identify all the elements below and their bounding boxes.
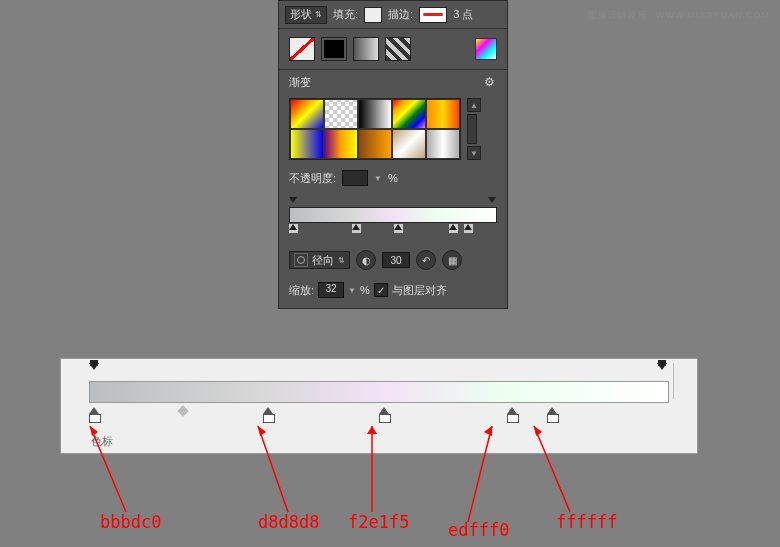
- fill-type-row: [279, 29, 507, 69]
- preset[interactable]: [358, 99, 392, 129]
- svg-marker-5: [367, 426, 377, 434]
- type-label: 径向: [312, 253, 334, 268]
- percent-label: %: [360, 284, 370, 296]
- type-row: 径向 ⇅ ◐ 30 ↶ ▦: [279, 244, 507, 276]
- annotation-arrow: [530, 422, 580, 522]
- opacity-input[interactable]: [342, 170, 368, 186]
- gradient-swatch[interactable]: [353, 37, 379, 61]
- align-label: 与图层对齐: [392, 283, 447, 298]
- color-stop[interactable]: [547, 407, 557, 421]
- color-stop[interactable]: [89, 407, 99, 421]
- reverse-button[interactable]: ▦: [442, 250, 462, 270]
- svg-marker-1: [90, 426, 98, 436]
- color-label-1: bbbdc0: [100, 512, 161, 532]
- color-label-3: f2e1f5: [348, 512, 409, 532]
- color-stop[interactable]: [449, 224, 458, 233]
- stroke-swatch[interactable]: [419, 7, 447, 23]
- stroke-label: 描边:: [388, 7, 413, 22]
- chevron-down-icon[interactable]: ▼: [348, 286, 356, 295]
- opacity-stop[interactable]: [657, 363, 667, 373]
- preset[interactable]: [324, 99, 358, 129]
- titlebar: 形状 ⇅ 填充: 描边: 3 点: [279, 1, 507, 29]
- color-label-2: d8d8d8: [258, 512, 319, 532]
- opacity-stop[interactable]: [289, 197, 298, 206]
- no-fill-swatch[interactable]: [289, 37, 315, 61]
- color-stop[interactable]: [507, 407, 517, 421]
- pattern-swatch[interactable]: [385, 37, 411, 61]
- chevron-down-icon: ⇅: [338, 256, 345, 265]
- color-stop[interactable]: [464, 224, 473, 233]
- solid-swatch[interactable]: [321, 37, 347, 61]
- collapse-bar[interactable]: [673, 363, 693, 399]
- preset-scrollbar[interactable]: ▲ ▼: [467, 98, 481, 160]
- gradient-bar[interactable]: [289, 207, 497, 223]
- shape-dropdown[interactable]: 形状 ⇅: [285, 6, 327, 24]
- gradient-editor: [279, 192, 507, 244]
- gradient-bar[interactable]: [89, 381, 669, 403]
- annotation-arrow: [438, 422, 498, 532]
- color-stop[interactable]: [289, 224, 298, 233]
- watermark-url: WWW.MISSYUAN.COM: [656, 10, 770, 20]
- scroll-up-icon[interactable]: ▲: [467, 98, 481, 112]
- scale-input[interactable]: 32: [318, 282, 344, 298]
- color-picker[interactable]: [475, 38, 497, 60]
- opacity-stop[interactable]: [89, 363, 99, 373]
- svg-marker-9: [534, 426, 542, 436]
- gradient-header: 渐变 ⚙: [279, 70, 507, 94]
- chevron-down-icon[interactable]: ▼: [374, 174, 382, 183]
- preset[interactable]: [426, 129, 460, 159]
- opacity-stop[interactable]: [488, 197, 497, 206]
- gradient-presets: ▲ ▼: [279, 94, 507, 164]
- angle-dial[interactable]: ◐: [356, 250, 376, 270]
- preset[interactable]: [290, 99, 324, 129]
- opacity-label: 不透明度:: [289, 171, 336, 186]
- svg-line-6: [468, 426, 492, 522]
- annotation-arrow: [86, 422, 146, 522]
- svg-line-0: [90, 426, 126, 512]
- preset[interactable]: [426, 99, 460, 129]
- fill-label: 填充:: [333, 7, 358, 22]
- preset[interactable]: [392, 99, 426, 129]
- watermark: 思缘设计论坛 WWW.MISSYUAN.COM: [584, 8, 770, 22]
- shape-label: 形状: [290, 7, 312, 22]
- scale-row: 缩放: 32 ▼ % ✓ 与图层对齐: [279, 276, 507, 308]
- type-dropdown[interactable]: 径向 ⇅: [289, 251, 350, 269]
- gradient-title: 渐变: [289, 75, 311, 90]
- scroll-down-icon[interactable]: ▼: [467, 146, 481, 160]
- stroke-size: 3 点: [453, 7, 473, 22]
- annotation-arrow: [352, 422, 392, 522]
- percent-label: %: [388, 172, 398, 184]
- angle-input[interactable]: 30: [382, 252, 410, 268]
- svg-line-2: [258, 426, 288, 512]
- preset[interactable]: [392, 129, 426, 159]
- svg-marker-7: [484, 426, 492, 436]
- svg-line-8: [534, 426, 570, 512]
- annotation-arrow: [248, 422, 308, 522]
- color-label-5: ffffff: [556, 512, 617, 532]
- radial-icon: [294, 253, 308, 267]
- preset[interactable]: [358, 129, 392, 159]
- fill-swatch[interactable]: [364, 7, 382, 23]
- align-checkbox[interactable]: ✓: [374, 283, 388, 297]
- color-stop[interactable]: [379, 407, 389, 421]
- opacity-row: 不透明度: ▼ %: [279, 164, 507, 192]
- color-stop[interactable]: [394, 224, 403, 233]
- gradient-panel: 形状 ⇅ 填充: 描边: 3 点 渐变 ⚙: [278, 0, 508, 309]
- watermark-text: 思缘设计论坛: [588, 10, 648, 20]
- color-stop[interactable]: [263, 407, 273, 421]
- color-label-4: edfff0: [448, 520, 509, 540]
- revert-button[interactable]: ↶: [416, 250, 436, 270]
- scale-label: 缩放:: [289, 283, 314, 298]
- preset[interactable]: [290, 129, 324, 159]
- dropdown-arrows-icon: ⇅: [315, 10, 322, 19]
- preset[interactable]: [324, 129, 358, 159]
- color-stop[interactable]: [352, 224, 361, 233]
- svg-marker-3: [258, 426, 266, 436]
- gear-icon[interactable]: ⚙: [481, 74, 497, 90]
